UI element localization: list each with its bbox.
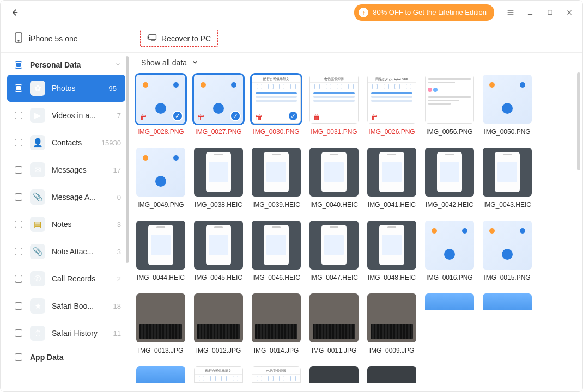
checkbox-icon[interactable] [15, 329, 22, 337]
thumbnail-cell[interactable]: IMG_0039.HEIC [249, 148, 303, 209]
thumbnail[interactable] [483, 75, 532, 124]
thumbnail[interactable]: 🗑✓ [136, 75, 185, 124]
thumbnail[interactable] [252, 220, 301, 270]
thumbnail[interactable] [252, 148, 301, 197]
checkbox-icon[interactable] [15, 139, 22, 146]
thumbnail-cell[interactable] [365, 366, 419, 383]
main-scrollbar[interactable] [577, 72, 580, 170]
recover-to-pc-button[interactable]: Recover to PC [140, 30, 218, 47]
thumbnail[interactable] [367, 366, 416, 383]
maximize-button[interactable] [545, 8, 554, 17]
thumbnail-cell[interactable]: 🗑✓IMG_0028.PNG [133, 75, 188, 136]
thumbnail[interactable] [309, 366, 359, 383]
thumbnail[interactable]: 电信宽带师傅🗑 [309, 75, 359, 124]
thumbnail[interactable] [425, 75, 474, 124]
sidebar-item-call-records[interactable]: ✆Call Records2 [1, 265, 130, 292]
thumbnail-cell[interactable]: IMG_0040.HEIC [307, 148, 361, 209]
thumbnail-cell[interactable] [307, 366, 361, 383]
thumbnail-cell[interactable]: 电信宽带师傅 [249, 366, 303, 383]
thumbnail-grid-scroll[interactable]: 🗑✓IMG_0028.PNG🗑✓IMG_0027.PNG酷行自驾俱乐部文🗑✓IM… [130, 72, 582, 391]
minimize-button[interactable] [526, 8, 535, 17]
thumbnail-cell[interactable]: 酷行自驾俱乐部文🗑✓IMG_0030.PNG [249, 75, 303, 136]
checkbox-icon[interactable] [15, 248, 22, 255]
thumbnail-cell[interactable] [133, 366, 188, 383]
sidebar-item-note-attac[interactable]: 📎Note Attac...3 [1, 238, 130, 265]
sidebar-item-message-att[interactable]: 📎Message A...0 [1, 183, 130, 211]
sidebar-item-safari-boo[interactable]: ★Safari Boo...18 [1, 292, 130, 320]
checkbox-icon[interactable] [15, 220, 22, 228]
thumbnail[interactable] [483, 148, 532, 197]
thumbnail-cell[interactable]: IMG_0047.HEIC [307, 220, 361, 281]
sidebar[interactable]: Personal Data ✿Photos95▶Videos in a...7👤… [1, 53, 130, 391]
thumbnail[interactable] [136, 366, 185, 383]
thumbnail-cell[interactable]: IMG_0041.HEIC [365, 148, 419, 209]
section-personal-data[interactable]: Personal Data [1, 55, 130, 75]
thumbnail-cell[interactable] [480, 293, 535, 354]
thumbnail[interactable] [309, 220, 359, 270]
thumbnail[interactable]: 电信宽带师傅 [252, 366, 301, 383]
checkbox-icon[interactable] [15, 353, 22, 361]
thumbnail-cell[interactable]: IMG_0042.HEIC [422, 148, 477, 209]
menu-icon[interactable] [506, 8, 515, 17]
thumbnail-cell[interactable]: IMG_0043.HEIC [480, 148, 535, 209]
thumbnail-cell[interactable] [422, 293, 477, 354]
thumbnail-cell[interactable]: IMG_0038.HEIC [191, 148, 246, 209]
thumbnail[interactable]: 四鬼 سعيد بن فرج ABB🗑 [367, 75, 416, 124]
thumbnail[interactable] [367, 148, 416, 197]
thumbnail[interactable] [483, 293, 532, 310]
thumbnail[interactable] [367, 220, 416, 270]
thumbnail-cell[interactable]: IMG_0049.PNG [133, 148, 188, 209]
sidebar-item-notes[interactable]: ▤Notes3 [1, 211, 130, 238]
thumbnail-cell[interactable]: 电信宽带师傅🗑IMG_0031.PNG [307, 75, 361, 136]
thumbnail[interactable] [309, 293, 359, 342]
thumbnail[interactable]: 酷行自驾俱乐部文 [194, 366, 243, 383]
thumbnail[interactable]: 🗑✓ [194, 75, 243, 124]
checkbox-icon[interactable] [15, 112, 22, 119]
thumbnail-cell[interactable]: IMG_0056.PNG [422, 75, 477, 136]
thumbnail-cell[interactable]: IMG_0011.JPG [307, 293, 361, 354]
thumbnail-cell[interactable]: IMG_0044.HEIC [133, 220, 188, 281]
thumbnail[interactable] [136, 293, 185, 342]
sidebar-item-messages[interactable]: ✉Messages17 [1, 156, 130, 183]
thumbnail-cell[interactable]: IMG_0012.JPG [191, 293, 246, 354]
thumbnail[interactable]: 酷行自驾俱乐部文🗑✓ [252, 75, 301, 124]
thumbnail[interactable] [136, 148, 185, 197]
sidebar-scrollbar[interactable] [126, 56, 129, 263]
thumbnail-cell[interactable]: IMG_0045.HEIC [191, 220, 246, 281]
thumbnail[interactable] [194, 220, 243, 270]
sidebar-item-videos[interactable]: ▶Videos in a...7 [1, 102, 130, 129]
promo-banner[interactable]: ↑ 80% OFF to Get the Lifetime Edition [354, 4, 494, 21]
thumbnail[interactable] [194, 148, 243, 197]
sidebar-item-contacts[interactable]: 👤Contacts15930 [1, 129, 130, 156]
sidebar-item-safari-history[interactable]: ⏱Safari History11 [1, 320, 130, 347]
thumbnail[interactable] [136, 220, 185, 270]
thumbnail[interactable] [425, 220, 474, 270]
thumbnail[interactable] [483, 220, 532, 270]
thumbnail-cell[interactable]: IMG_0013.JPG [133, 293, 188, 354]
thumbnail[interactable] [252, 293, 301, 342]
thumbnail-cell[interactable]: IMG_0009.JPG [365, 293, 419, 354]
checkbox-icon[interactable] [15, 302, 22, 310]
thumbnail-cell[interactable]: IMG_0046.HEIC [249, 220, 303, 281]
checkbox-icon[interactable] [15, 166, 22, 174]
thumbnail[interactable] [425, 148, 474, 197]
back-button[interactable] [6, 4, 23, 21]
section-app-data[interactable]: App Data [1, 347, 130, 367]
sidebar-item-photos[interactable]: ✿Photos95 [7, 75, 125, 102]
thumbnail-cell[interactable]: IMG_0050.PNG [480, 75, 535, 136]
checkbox-icon[interactable] [15, 61, 22, 69]
checkbox-icon[interactable] [15, 193, 22, 201]
thumbnail[interactable] [309, 148, 359, 197]
close-button[interactable] [565, 8, 574, 17]
thumbnail-cell[interactable]: IMG_0048.HEIC [365, 220, 419, 281]
thumbnail-cell[interactable]: IMG_0015.PNG [480, 220, 535, 281]
checkbox-icon[interactable] [15, 275, 22, 283]
thumbnail-cell[interactable]: IMG_0014.JPG [249, 293, 303, 354]
thumbnail-cell[interactable]: 酷行自驾俱乐部文 [191, 366, 246, 383]
thumbnail[interactable] [194, 293, 243, 342]
thumbnail[interactable] [425, 293, 474, 310]
thumbnail[interactable] [367, 293, 416, 342]
thumbnail-cell[interactable]: IMG_0016.PNG [422, 220, 477, 281]
checkbox-icon[interactable] [15, 84, 22, 92]
filter-dropdown[interactable]: Show all data [130, 53, 582, 72]
